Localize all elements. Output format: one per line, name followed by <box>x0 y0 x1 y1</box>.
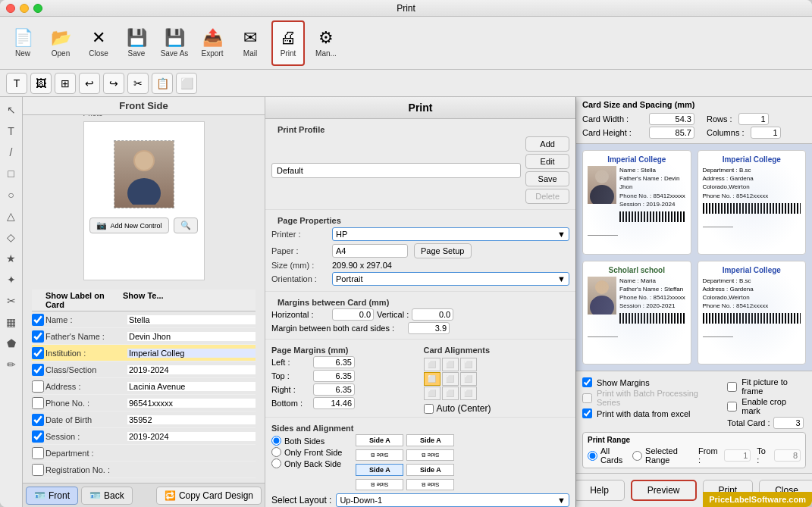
align-right-mid[interactable]: ⬜ <box>460 372 477 386</box>
mail-button[interactable]: ✉ Mail <box>234 20 267 66</box>
layout-cell-2[interactable]: Side A <box>406 434 454 446</box>
minimize-window-btn[interactable] <box>20 4 29 13</box>
pen-tool[interactable]: ✏ <box>2 355 21 374</box>
close-window-btn[interactable] <box>6 4 15 13</box>
print-excel-checkbox[interactable] <box>582 408 592 418</box>
align-left-top[interactable]: ⬜ <box>424 358 440 371</box>
back-only-radio[interactable] <box>271 458 281 468</box>
manage-button[interactable]: ⚙ Man... <box>309 20 343 66</box>
all-cards-radio[interactable] <box>588 451 597 461</box>
total-card-input[interactable] <box>773 417 804 429</box>
add-profile-btn[interactable]: Add <box>525 136 569 152</box>
field-checkbox-5[interactable] <box>32 397 44 409</box>
rows-input[interactable] <box>738 113 769 125</box>
cursor-tool[interactable]: ↖ <box>2 100 21 120</box>
top-input[interactable] <box>313 370 355 382</box>
height-input[interactable] <box>649 127 694 139</box>
vertical-input[interactable] <box>412 308 453 321</box>
align-left-mid[interactable]: ⬜ <box>424 372 440 386</box>
align-right-top[interactable]: ⬜ <box>460 358 477 371</box>
layout-cell-7[interactable]: Side B <box>356 479 403 490</box>
show-margins-checkbox[interactable] <box>582 377 592 387</box>
maximize-window-btn[interactable] <box>33 4 42 13</box>
align-center-bot[interactable]: ⬜ <box>442 387 459 400</box>
text-tool-btn[interactable]: T <box>6 73 27 94</box>
enable-crop-checkbox[interactable] <box>727 402 737 412</box>
orientation-select[interactable]: Portrait ▼ <box>332 272 569 286</box>
layout-cell-3[interactable]: Side B <box>356 449 403 461</box>
layout-cell-4[interactable]: Side B <box>406 449 454 461</box>
save-as-button[interactable]: 💾 Save As <box>158 20 191 66</box>
field-checkbox-2[interactable] <box>32 347 44 359</box>
right-input[interactable] <box>313 383 355 396</box>
align-left-bot[interactable]: ⬜ <box>424 387 440 400</box>
help-btn[interactable]: Help <box>576 480 625 501</box>
fit-picture-checkbox[interactable] <box>727 382 737 392</box>
rect-tool[interactable]: □ <box>2 164 21 183</box>
ellipse-tool[interactable]: ○ <box>2 185 21 205</box>
align-center-mid[interactable]: ⬜ <box>442 372 459 386</box>
columns-input[interactable] <box>751 127 781 139</box>
print-button[interactable]: 🖨 Print <box>271 20 305 66</box>
delete-profile-btn[interactable]: Delete <box>525 189 569 204</box>
width-input[interactable] <box>649 113 694 125</box>
image-tool-btn[interactable]: 🖼 <box>30 73 52 94</box>
shape-tool[interactable]: ⬟ <box>2 333 21 353</box>
paste-btn[interactable]: 📋 <box>152 73 173 94</box>
both-sides-radio[interactable] <box>271 436 281 446</box>
camera-button[interactable]: 📷 Add New Control <box>89 218 168 233</box>
from-input[interactable] <box>724 449 751 462</box>
text-tool[interactable]: T <box>2 121 21 141</box>
barcode-tool[interactable]: ▦ <box>2 312 21 332</box>
front-tab[interactable]: 🪪 Front <box>26 487 78 505</box>
field-checkbox-1[interactable] <box>32 330 44 343</box>
printer-select[interactable]: HP ▼ <box>332 227 569 241</box>
undo-btn[interactable]: ↩ <box>79 73 100 94</box>
print-batch-checkbox[interactable] <box>582 393 592 403</box>
field-checkbox-4[interactable] <box>32 380 44 393</box>
new-button[interactable]: 📄 New <box>6 20 39 66</box>
layout-cell-6[interactable]: Side A <box>406 464 454 476</box>
close-button[interactable]: ✕ Close <box>82 20 115 66</box>
edit-profile-btn[interactable]: Edit <box>525 154 569 169</box>
field-checkbox-0[interactable] <box>32 314 44 326</box>
to-input[interactable] <box>774 449 801 462</box>
select-btn[interactable]: ⬜ <box>176 73 197 94</box>
horizontal-input[interactable] <box>332 308 374 321</box>
field-checkbox-6[interactable] <box>32 414 44 426</box>
field-checkbox-3[interactable] <box>32 364 44 376</box>
paper-input[interactable] <box>332 244 408 258</box>
save-profile-btn[interactable]: Save <box>525 171 569 186</box>
selected-range-radio[interactable] <box>632 451 642 461</box>
redo-btn[interactable]: ↪ <box>103 73 124 94</box>
auto-center-checkbox[interactable] <box>424 404 434 414</box>
open-button[interactable]: 📂 Open <box>44 20 77 66</box>
layout-cell-5[interactable]: Side A <box>356 464 403 476</box>
zoom-button[interactable]: 🔍 <box>174 218 198 233</box>
line-tool[interactable]: / <box>2 142 21 162</box>
back-tab[interactable]: 🪪 Back <box>81 487 133 505</box>
preview-btn[interactable]: Preview <box>631 480 697 501</box>
field-checkbox-8[interactable] <box>32 447 44 459</box>
field-checkbox-7[interactable] <box>32 430 44 443</box>
align-center-top[interactable]: ⬜ <box>442 358 459 371</box>
layout-select[interactable]: Up-Down-1 ▼ <box>336 493 569 507</box>
save-button[interactable]: 💾 Save <box>120 20 153 66</box>
left-input[interactable] <box>313 356 355 368</box>
front-only-radio[interactable] <box>271 447 281 457</box>
export-button[interactable]: 📤 Export <box>196 20 229 66</box>
layout-cell-8[interactable]: Side B <box>406 479 454 490</box>
both-sides-input[interactable] <box>408 322 450 334</box>
align-right-bot[interactable]: ⬜ <box>460 387 477 400</box>
cut-btn[interactable]: ✂ <box>127 73 149 94</box>
scissors-tool[interactable]: ✂ <box>2 291 21 311</box>
page-setup-btn[interactable]: Page Setup <box>414 243 472 258</box>
grid-tool-btn[interactable]: ⊞ <box>55 73 76 94</box>
diamond-tool[interactable]: ◇ <box>2 227 21 247</box>
layout-cell-1[interactable]: Side A <box>356 434 403 446</box>
arrow-tool[interactable]: ✦ <box>2 270 21 289</box>
star-tool[interactable]: ★ <box>2 249 21 268</box>
copy-card-button[interactable]: 🔁 Copy Card Design <box>156 487 262 505</box>
triangle-tool[interactable]: △ <box>2 206 21 226</box>
bottom-input[interactable] <box>313 397 355 409</box>
